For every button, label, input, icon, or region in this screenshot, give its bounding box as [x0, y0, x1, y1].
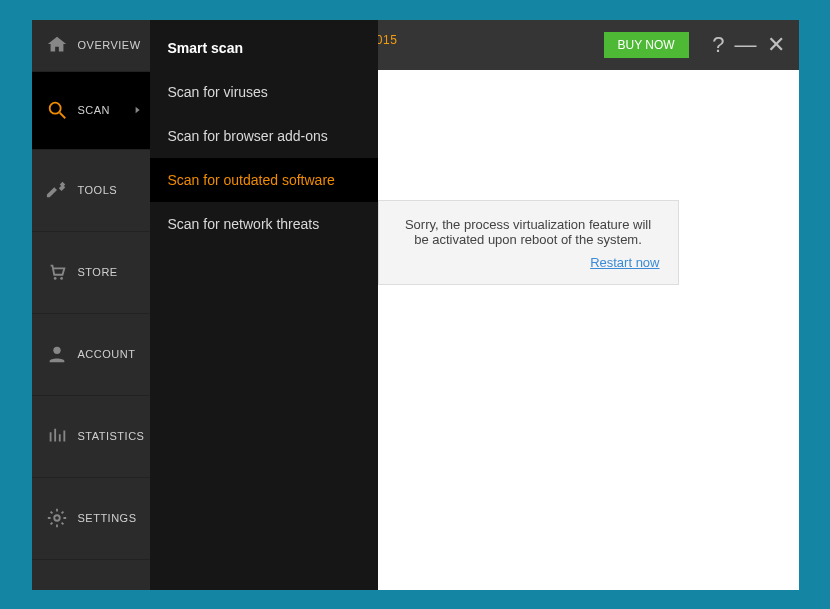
- scan-submenu: Smart scan Scan for viruses Scan for bro…: [150, 20, 378, 590]
- sidebar-item-label: TOOLS: [78, 184, 118, 196]
- submenu-item-label: Scan for outdated software: [168, 172, 335, 188]
- content-area: Sorry, the process virtualization featur…: [378, 70, 799, 590]
- sidebar-item-tools[interactable]: TOOLS: [32, 150, 150, 232]
- user-icon: [46, 343, 68, 365]
- sidebar-item-settings[interactable]: SETTINGS: [32, 478, 150, 560]
- close-button[interactable]: ✕: [767, 32, 785, 58]
- sidebar-item-label: OVERVIEW: [78, 39, 141, 51]
- chevron-right-icon: [134, 106, 142, 114]
- svg-point-0: [49, 103, 60, 114]
- restart-now-link[interactable]: Restart now: [397, 255, 660, 270]
- submenu-item-label: Scan for browser add-ons: [168, 128, 328, 144]
- svg-point-3: [53, 347, 60, 354]
- sidebar-item-store[interactable]: STORE: [32, 232, 150, 314]
- svg-point-1: [53, 277, 56, 280]
- submenu-item-label: Scan for viruses: [168, 84, 268, 100]
- submenu-item-label: Smart scan: [168, 40, 243, 56]
- sidebar-item-statistics[interactable]: STATISTICS: [32, 396, 150, 478]
- svg-point-4: [54, 515, 60, 521]
- gear-icon: [46, 507, 68, 529]
- sidebar-item-label: SCAN: [78, 104, 111, 116]
- buy-now-button[interactable]: BUY NOW: [604, 32, 689, 58]
- minimize-button[interactable]: —: [735, 32, 757, 58]
- svg-point-2: [60, 277, 63, 280]
- submenu-item-scan-network[interactable]: Scan for network threats: [150, 202, 378, 246]
- submenu-item-scan-viruses[interactable]: Scan for viruses: [150, 70, 378, 114]
- alert-message: Sorry, the process virtualization featur…: [405, 217, 651, 247]
- sidebar: OVERVIEW SCAN TOOLS STORE ACCOUNT STATIS…: [32, 20, 150, 590]
- stats-icon: [46, 425, 68, 447]
- help-button[interactable]: ?: [712, 32, 724, 58]
- submenu-item-scan-addons[interactable]: Scan for browser add-ons: [150, 114, 378, 158]
- alert-box: Sorry, the process virtualization featur…: [378, 200, 679, 285]
- search-icon: [46, 99, 68, 121]
- sidebar-item-account[interactable]: ACCOUNT: [32, 314, 150, 396]
- sidebar-item-label: SETTINGS: [78, 512, 137, 524]
- home-icon: [46, 34, 68, 56]
- submenu-item-label: Scan for network threats: [168, 216, 320, 232]
- sidebar-item-label: STATISTICS: [78, 430, 145, 442]
- tools-icon: [46, 179, 68, 201]
- submenu-item-smart-scan[interactable]: Smart scan: [150, 26, 378, 70]
- sidebar-item-overview[interactable]: OVERVIEW: [32, 20, 150, 72]
- sidebar-item-label: ACCOUNT: [78, 348, 136, 360]
- app-window: OVERVIEW SCAN TOOLS STORE ACCOUNT STATIS…: [32, 20, 799, 590]
- sidebar-item-label: STORE: [78, 266, 118, 278]
- cart-icon: [46, 261, 68, 283]
- sidebar-item-scan[interactable]: SCAN: [32, 72, 150, 150]
- titlebar-controls: ? — ✕: [702, 20, 784, 70]
- submenu-item-scan-outdated[interactable]: Scan for outdated software: [150, 158, 378, 202]
